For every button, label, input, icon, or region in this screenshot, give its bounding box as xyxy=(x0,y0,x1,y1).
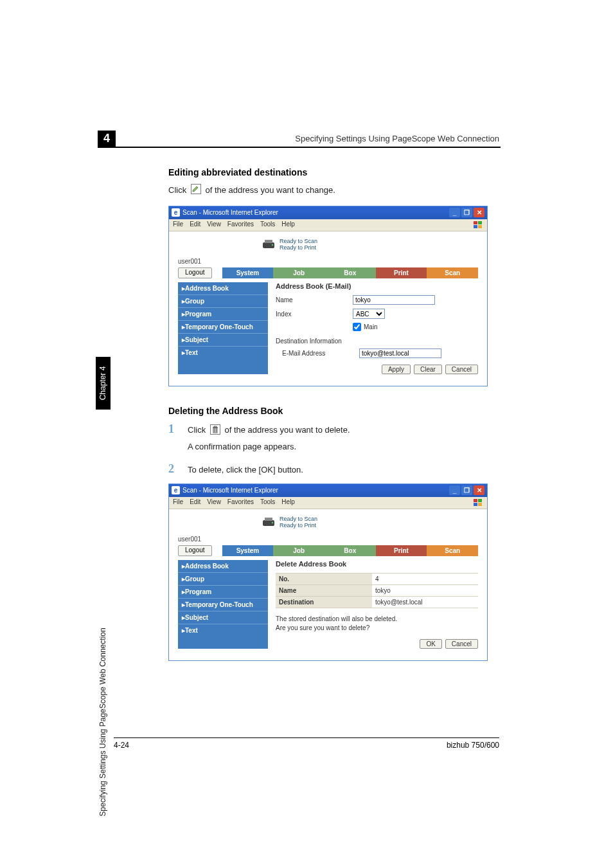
destination-info-heading: Destination Information xyxy=(276,338,478,345)
menu-help[interactable]: Help xyxy=(281,221,295,230)
maximize-button[interactable]: ❐ xyxy=(461,208,472,217)
tab-job[interactable]: Job xyxy=(273,545,324,556)
cell-name-value: tokyo xyxy=(372,585,478,597)
cell-no-label: No. xyxy=(276,574,372,585)
sidebar-item-subject[interactable]: ▸Subject xyxy=(178,611,268,624)
ie-window-title: Scan - Microsoft Internet Explorer xyxy=(182,209,278,216)
minimize-button[interactable]: _ xyxy=(449,208,460,217)
svg-rect-15 xyxy=(265,518,272,521)
label-email: E-Mail Address xyxy=(276,350,359,357)
table-row: Destination tokyo@test.local xyxy=(276,597,478,608)
sidebar-item-address-book[interactable]: ▸Address Book xyxy=(178,560,268,572)
svg-rect-13 xyxy=(478,503,482,506)
sidebar-item-program[interactable]: ▸Program xyxy=(178,585,268,598)
sidebar-item-text[interactable]: ▸Text xyxy=(178,624,268,637)
menu-help[interactable]: Help xyxy=(281,498,295,507)
tab-scan[interactable]: Scan xyxy=(427,545,478,556)
edit-icon xyxy=(191,184,201,198)
sidebar-2: ▸Address Book ▸Group ▸Program ▸Temporary… xyxy=(178,560,268,649)
menu-view[interactable]: View xyxy=(207,498,221,507)
menu-file[interactable]: File xyxy=(173,498,183,507)
email-input[interactable] xyxy=(359,348,441,358)
sidebar-item-subject[interactable]: ▸Subject xyxy=(178,333,268,346)
menu-view[interactable]: View xyxy=(207,221,221,230)
tab-scan[interactable]: Scan xyxy=(427,267,478,278)
menu-file[interactable]: File xyxy=(173,221,183,230)
screenshot-delete-window: e Scan - Microsoft Internet Explorer _ ❐… xyxy=(168,484,488,662)
svg-rect-3 xyxy=(474,225,477,228)
minimize-button[interactable]: _ xyxy=(449,485,460,495)
section-title-editing: Editing abbreviated destinations xyxy=(168,167,500,177)
menu-favorites[interactable]: Favorites xyxy=(227,221,254,230)
cell-dest-value: tokyo@test.local xyxy=(372,597,478,608)
tab-print[interactable]: Print xyxy=(376,545,427,556)
panel-heading: Address Book (E-Mail) xyxy=(276,282,478,290)
ie-titlebar-2: e Scan - Microsoft Internet Explorer _ ❐… xyxy=(169,484,487,497)
menu-tools[interactable]: Tools xyxy=(260,498,275,507)
sidebar-item-temporary[interactable]: ▸Temporary One-Touch xyxy=(178,598,268,611)
ie-logo-icon: e xyxy=(172,486,180,494)
tab-system[interactable]: System xyxy=(222,545,274,556)
sidebar-item-group[interactable]: ▸Group xyxy=(178,294,268,307)
table-row: Name tokyo xyxy=(276,585,478,597)
user-label: user001 xyxy=(178,258,478,265)
sidebar-item-temporary[interactable]: ▸Temporary One-Touch xyxy=(178,320,268,333)
apply-button[interactable]: Apply xyxy=(382,365,411,374)
cell-name-label: Name xyxy=(276,585,372,597)
svg-point-7 xyxy=(272,244,273,246)
logout-button[interactable]: Logout xyxy=(178,545,212,556)
menu-edit[interactable]: Edit xyxy=(190,498,200,507)
sidebar-item-program[interactable]: ▸Program xyxy=(178,307,268,320)
section-title-deleting: Deleting the Address Book xyxy=(168,406,500,416)
clear-button[interactable]: Clear xyxy=(414,365,442,374)
sidebar-item-text[interactable]: ▸Text xyxy=(178,346,268,359)
tab-print[interactable]: Print xyxy=(376,267,427,278)
label-name: Name xyxy=(276,296,353,303)
step1-sub: A confirmation page appears. xyxy=(188,440,500,453)
tab-system[interactable]: System xyxy=(222,267,274,278)
label-index: Index xyxy=(276,311,353,318)
tab-job[interactable]: Job xyxy=(273,267,324,278)
svg-rect-1 xyxy=(474,221,477,224)
cancel-button[interactable]: Cancel xyxy=(445,639,478,649)
maximize-button[interactable]: ❐ xyxy=(461,485,472,495)
name-input[interactable] xyxy=(353,295,435,305)
svg-rect-4 xyxy=(478,225,482,228)
main-checkbox-label: Main xyxy=(364,323,378,330)
step2-text: To delete, click the [OK] button. xyxy=(188,465,303,475)
ie-logo-icon: e xyxy=(172,208,180,217)
tab-box[interactable]: Box xyxy=(324,267,376,278)
sidebar-item-group[interactable]: ▸Group xyxy=(178,572,268,585)
svg-rect-6 xyxy=(265,240,272,243)
header-rule xyxy=(98,147,501,148)
cancel-button[interactable]: Cancel xyxy=(445,365,478,374)
windows-flag-icon xyxy=(473,498,483,507)
table-row: No. 4 xyxy=(276,574,478,585)
delete-info-table: No. 4 Name tokyo Destination tokyo@test.… xyxy=(276,573,478,608)
svg-rect-11 xyxy=(478,499,482,502)
menu-tools[interactable]: Tools xyxy=(260,221,275,230)
status-ready-scan: Ready to Scan xyxy=(280,516,317,523)
main-checkbox[interactable] xyxy=(353,323,361,331)
ie-menubar-2: File Edit View Favorites Tools Help xyxy=(169,497,487,509)
close-button[interactable]: ✕ xyxy=(474,485,484,495)
index-select[interactable]: ABC xyxy=(353,309,385,319)
menu-favorites[interactable]: Favorites xyxy=(227,498,254,507)
svg-rect-12 xyxy=(474,503,477,506)
status-ready-scan: Ready to Scan xyxy=(280,238,317,245)
close-button[interactable]: ✕ xyxy=(474,208,484,217)
menu-edit[interactable]: Edit xyxy=(190,221,200,230)
ie-menubar: File Edit View Favorites Tools Help xyxy=(169,219,487,231)
tab-box[interactable]: Box xyxy=(324,545,376,556)
footer-rule xyxy=(114,737,499,738)
sidebar: ▸Address Book ▸Group ▸Program ▸Temporary… xyxy=(178,282,268,374)
logout-button[interactable]: Logout xyxy=(178,267,212,278)
side-chapter-label: Chapter 4 xyxy=(99,366,108,401)
sidebar-item-address-book[interactable]: ▸Address Book xyxy=(178,282,268,294)
cell-no-value: 4 xyxy=(372,574,478,585)
confirm-line-1: The stored destination will also be dele… xyxy=(276,615,478,624)
screenshot-edit-window: e Scan - Microsoft Internet Explorer _ ❐… xyxy=(168,206,488,387)
chapter-number-box: 4 xyxy=(98,131,116,147)
svg-rect-2 xyxy=(478,221,482,224)
ok-button[interactable]: OK xyxy=(420,639,441,649)
